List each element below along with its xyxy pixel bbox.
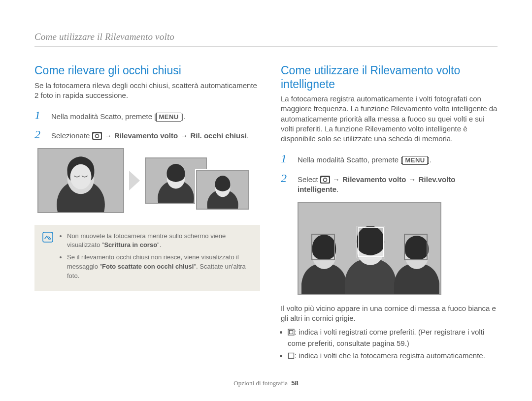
- svg-marker-7: [129, 171, 140, 190]
- section-title-blink: Come rilevare gli occhi chiusi: [34, 64, 260, 78]
- step-2-left: 2 Selezionate → Rilevamento volto → Ril.…: [34, 128, 260, 141]
- content-columns: Come rilevare gli occhi chiusi Se la fot…: [34, 59, 498, 371]
- page-footer: Opzioni di fotografia 58: [0, 379, 532, 387]
- legend-item: : indica i volti registrati come preferi…: [288, 327, 498, 348]
- section-title-smart: Come utilizzare il Rilevamento volto int…: [281, 64, 498, 91]
- menu-button-label: MENU: [156, 113, 181, 122]
- svg-rect-16: [323, 176, 326, 177]
- path-segment: Rilevamento volto: [342, 175, 406, 184]
- smart-detect-illustration: [298, 202, 441, 295]
- page-number: 58: [289, 379, 298, 387]
- note-item: Se il rilevamento occhi chiusi non riesc…: [67, 253, 253, 281]
- arrow-separator: →: [332, 175, 340, 184]
- step-text: Nella modalità Scatto, premete [: [51, 112, 156, 121]
- photo-thumbnail-large: [37, 148, 124, 213]
- caption-text: Il volto più vicino appare in una cornic…: [281, 304, 498, 324]
- note-box: Non muovete la fotocamera mentre sullo s…: [34, 225, 260, 291]
- blink-thumbnails: [37, 148, 260, 213]
- intro-text-smart: La fotocamera registra automaticamente i…: [281, 94, 498, 144]
- step-number: 2: [34, 128, 43, 140]
- manual-page: Come utilizzare il Rilevamento volto Com…: [0, 0, 532, 401]
- step-text: Select: [298, 175, 320, 184]
- legend-list: : indica i volti registrati come preferi…: [281, 327, 498, 362]
- step-text-suffix: ].: [181, 112, 185, 121]
- path-segment: Rilevamento volto: [114, 131, 178, 140]
- camera-icon: [320, 176, 330, 184]
- svg-rect-21: [290, 330, 293, 334]
- step-body: Nella modalità Scatto, premete [MENU].: [51, 112, 260, 122]
- step-body: Selezionate → Rilevamento volto → Ril. o…: [51, 131, 260, 141]
- step-body: Nella modalità Scatto, premete [MENU].: [298, 155, 498, 165]
- note-icon: [42, 232, 53, 284]
- steps-list-right: 1 Nella modalità Scatto, premete [MENU].…: [281, 153, 498, 194]
- step-1-right: 1 Nella modalità Scatto, premete [MENU].: [281, 153, 498, 165]
- step-body: Select → Rilevamento volto → Rilev.volto…: [298, 175, 498, 195]
- step-text-suffix: ].: [428, 155, 432, 164]
- arrow-separator: →: [180, 131, 188, 140]
- step-number: 1: [281, 153, 290, 164]
- svg-rect-3: [95, 132, 98, 134]
- menu-button-label: MENU: [402, 156, 427, 165]
- step-number: 2: [281, 172, 290, 184]
- note-list: Non muovete la fotocamera mentre sullo s…: [60, 232, 253, 284]
- svg-rect-22: [289, 353, 294, 358]
- focus-rect-grey: [311, 234, 335, 260]
- page-header-breadcrumb: Come utilizzare il Rilevamento volto: [34, 31, 174, 42]
- sequence-arrow-icon: [128, 170, 141, 191]
- step-text: Selezionate: [51, 131, 92, 140]
- highlight-text: Scrittura in corso: [104, 241, 157, 248]
- photo-thumbnail-small: [196, 170, 249, 210]
- step-text: Nella modalità Scatto, premete [: [298, 155, 402, 164]
- right-column: Come utilizzare il Rilevamento volto int…: [281, 59, 498, 371]
- note-item: Non muovete la fotocamera mentre sullo s…: [67, 232, 253, 250]
- highlight-text: Foto scattate con occhi chiusi: [102, 263, 194, 270]
- favorite-indicator-icon: [288, 328, 295, 338]
- step-number: 1: [34, 109, 43, 121]
- intro-text-blink: Se la fotocamera rileva degli occhi chiu…: [34, 81, 260, 101]
- steps-list-left: 1 Nella modalità Scatto, premete [MENU].…: [34, 109, 260, 141]
- svg-point-6: [70, 164, 92, 189]
- step-2-right: 2 Select → Rilevamento volto → Rilev.vol…: [281, 172, 498, 195]
- arrow-separator: →: [104, 131, 112, 140]
- path-segment: Ril. occhi chiusi: [190, 131, 246, 140]
- thumbnail-pair: [145, 157, 260, 204]
- arrow-separator: →: [408, 175, 417, 184]
- step-1-left: 1 Nella modalità Scatto, premete [MENU].: [34, 109, 260, 122]
- svg-rect-20: [288, 329, 294, 335]
- camera-icon: [92, 132, 102, 140]
- left-column: Come rilevare gli occhi chiusi Se la fot…: [34, 59, 260, 371]
- auto-indicator-icon: [288, 351, 295, 362]
- header-divider: [34, 46, 498, 47]
- focus-rect-grey: [404, 234, 428, 260]
- focus-rect-white: [357, 226, 385, 258]
- legend-item: : indica i volti che la fotocamera regis…: [288, 350, 498, 362]
- footer-section: Opzioni di fotografia: [233, 379, 288, 387]
